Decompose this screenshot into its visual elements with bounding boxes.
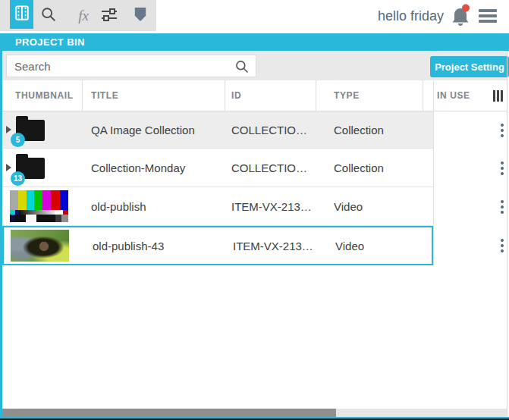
column-header-type[interactable]: TYPE <box>334 80 360 111</box>
user-name: hello friday <box>378 0 444 32</box>
panel-left-border <box>0 51 2 418</box>
row-main[interactable]: 5 QA Image Collection COLLECTIO… Collect… <box>2 111 433 149</box>
cell-title: old-publish <box>91 187 146 225</box>
cell-title: old-publish-43 <box>93 227 164 264</box>
cell-id: ITEM-VX-213… <box>233 227 313 264</box>
tab-media-bin[interactable] <box>10 0 33 29</box>
search-row: Project Setting <box>2 51 507 80</box>
cell-id: COLLECTIO… <box>231 111 307 148</box>
search-input[interactable] <box>7 55 256 77</box>
expand-arrow-icon[interactable] <box>6 126 11 133</box>
item-count-badge: 5 <box>11 133 25 147</box>
column-settings-icon[interactable] <box>493 90 503 102</box>
search-icon <box>40 6 57 26</box>
column-divider <box>82 80 83 111</box>
horizontal-scrollbar[interactable] <box>2 409 507 417</box>
table-row[interactable]: 13 Collection-Monday COLLECTIO… Collecti… <box>2 149 507 187</box>
cell-id: ITEM-VX-213… <box>231 187 312 225</box>
row-menu-icon[interactable] <box>498 121 507 140</box>
shield-icon <box>134 6 147 26</box>
tab-search[interactable] <box>36 0 61 31</box>
menu-icon[interactable] <box>479 9 497 23</box>
video-thumbnail-monkey <box>11 230 69 262</box>
app-window: fx hello friday <box>0 0 509 420</box>
panel-right-border <box>507 51 507 417</box>
column-divider <box>423 80 423 111</box>
item-count-badge: 13 <box>11 171 25 186</box>
row-main[interactable]: 13 Collection-Monday COLLECTIO… Collecti… <box>2 149 433 187</box>
column-header-in-use[interactable]: IN USE <box>437 80 470 111</box>
search-magnifier-icon[interactable] <box>234 59 250 74</box>
sliders-icon <box>100 5 118 27</box>
filmstrip-icon <box>14 4 30 25</box>
tab-effects[interactable]: fx <box>71 0 96 31</box>
column-header-id[interactable]: ID <box>231 80 241 111</box>
row-menu-icon[interactable] <box>498 158 507 178</box>
notification-bell-icon[interactable] <box>450 4 471 28</box>
scrollbar-thumb[interactable] <box>2 409 336 417</box>
row-main[interactable]: old-publish ITEM-VX-213… Video <box>2 187 433 226</box>
column-header-thumbnail[interactable]: THUMBNAIL <box>15 80 74 111</box>
table-row[interactable]: old-publish ITEM-VX-213… Video <box>2 187 507 226</box>
top-toolbar: fx hello friday <box>0 0 509 32</box>
cell-id: COLLECTIO… <box>231 149 307 186</box>
row-menu-icon[interactable] <box>498 236 507 255</box>
panel-title-bar: PROJECT BIN <box>0 33 509 51</box>
fx-icon: fx <box>78 8 89 23</box>
table-row-selected[interactable]: old-publish-43 ITEM-VX-213… Video <box>2 226 507 265</box>
expand-arrow-icon[interactable] <box>6 164 11 171</box>
table-row[interactable]: 5 QA Image Collection COLLECTIO… Collect… <box>2 111 507 149</box>
tab-shield[interactable] <box>128 0 152 31</box>
row-main[interactable]: old-publish-43 ITEM-VX-213… Video <box>2 226 433 265</box>
panel-title: PROJECT BIN <box>15 36 85 48</box>
cell-type: Collection <box>334 149 384 186</box>
table-header: THUMBNAIL TITLE ID TYPE IN USE <box>2 80 507 111</box>
cell-type: Collection <box>334 111 384 148</box>
cell-title: QA Image Collection <box>91 111 195 148</box>
column-divider <box>316 80 316 111</box>
column-header-title[interactable]: TITLE <box>91 80 118 111</box>
cell-type: Video <box>335 227 364 264</box>
cell-type: Video <box>334 187 363 225</box>
project-setting-button[interactable]: Project Setting <box>430 56 509 77</box>
row-menu-icon[interactable] <box>498 197 507 217</box>
search-box <box>6 55 256 77</box>
video-thumbnail-colorbars <box>10 190 68 222</box>
column-divider <box>225 80 225 111</box>
cell-title: Collection-Monday <box>91 149 185 186</box>
tab-adjustments[interactable] <box>97 0 121 31</box>
